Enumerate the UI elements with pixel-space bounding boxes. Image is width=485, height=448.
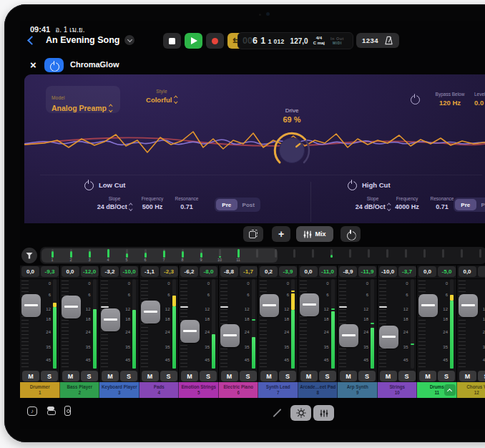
volume-fader[interactable] (459, 294, 478, 317)
count-in-button[interactable]: 1234 (362, 36, 378, 44)
bypass-below-control[interactable]: Bypass Below 120 Hz (423, 92, 476, 107)
solo-button[interactable]: S (319, 371, 336, 381)
volume-fader[interactable] (141, 301, 160, 323)
mix-view-button[interactable]: Mix (296, 226, 333, 242)
mute-button[interactable]: M (62, 371, 79, 381)
mixer-power-button[interactable] (341, 226, 361, 242)
solo-button[interactable]: S (478, 371, 485, 381)
volume-readout[interactable]: -8,8 (220, 266, 238, 277)
overview-channel[interactable]: 3 (84, 248, 94, 264)
solo-button[interactable]: S (240, 371, 257, 381)
drive-knob[interactable] (272, 130, 312, 170)
mixer-view-button[interactable] (313, 405, 334, 421)
volume-fader[interactable] (220, 324, 240, 347)
volume-readout[interactable]: -1,1 (141, 266, 159, 277)
overview-channel[interactable]: 10 (215, 248, 225, 264)
track-label[interactable]: Pads4 (139, 382, 180, 398)
mute-button[interactable]: M (419, 371, 436, 381)
duplicate-button[interactable] (243, 226, 263, 242)
overview-channel[interactable]: 4 (103, 248, 113, 264)
overview-channel[interactable] (289, 248, 299, 264)
post-button[interactable]: Post (477, 199, 485, 210)
overview-channel[interactable]: 1 (47, 248, 57, 264)
solo-button[interactable]: S (200, 371, 217, 381)
plugin-power-button[interactable] (44, 58, 64, 72)
lcd-display[interactable]: 00611 012 127,0 4/4 C maj In Out MIDI (237, 32, 353, 49)
pencil-icon[interactable] (273, 409, 281, 417)
volume-fader[interactable] (101, 308, 120, 331)
low-cut-resonance[interactable]: Resonance 0.71 (165, 196, 209, 210)
back-chevron-icon[interactable] (27, 36, 36, 45)
collapse-chevron-button[interactable] (444, 384, 456, 396)
solo-button[interactable]: S (358, 371, 376, 381)
track-label[interactable]: Electric Piano6 (219, 382, 259, 398)
mute-button[interactable]: M (380, 371, 397, 381)
track-label[interactable]: Emotion Strings5 (179, 382, 219, 398)
volume-readout[interactable]: 0,0 (21, 266, 39, 277)
overview-channel[interactable]: 8 (177, 248, 187, 264)
mute-button[interactable]: M (22, 371, 39, 381)
mute-button[interactable]: M (459, 371, 476, 381)
plugins-icon[interactable] (46, 406, 55, 416)
pre-button[interactable]: Pre (455, 199, 476, 210)
overview-channel[interactable] (326, 248, 336, 264)
controls-view-button[interactable] (290, 405, 311, 421)
mute-button[interactable]: M (260, 371, 278, 381)
track-label[interactable]: Arcade…eet Pad8 (298, 382, 338, 398)
overview-channel[interactable]: 7 (159, 248, 169, 264)
solo-button[interactable]: S (120, 371, 137, 381)
volume-readout[interactable]: 0,0 (300, 266, 318, 277)
volume-fader[interactable] (260, 294, 279, 317)
mute-button[interactable]: M (142, 371, 159, 381)
volume-fader[interactable] (180, 320, 200, 343)
close-plugin-button[interactable]: × (30, 58, 36, 72)
track-label[interactable]: Keyboard Player3 (99, 382, 139, 398)
volume-readout[interactable]: 0,0 (459, 266, 476, 277)
overview-channel[interactable]: 11 (233, 248, 243, 264)
project-title-menu[interactable]: An Evening Song (46, 35, 134, 45)
overview-channel[interactable] (438, 248, 448, 264)
track-filter-button[interactable] (21, 248, 37, 263)
pre-button[interactable]: Pre (216, 199, 237, 210)
track-label[interactable]: Chorus V12 (457, 382, 485, 398)
volume-fader[interactable] (379, 326, 398, 349)
overview-channel[interactable] (401, 248, 411, 264)
high-cut-power-icon[interactable] (348, 180, 356, 188)
overview-channel[interactable] (308, 248, 318, 264)
track-label[interactable]: Arp Synth9 (338, 382, 378, 398)
volume-fader[interactable] (339, 324, 358, 347)
track-label[interactable]: Synth Lead7 (258, 382, 298, 398)
bypass-power-icon[interactable] (411, 94, 418, 102)
volume-readout[interactable]: -3,2 (101, 266, 119, 277)
volume-fader[interactable] (62, 296, 81, 318)
overview-channel[interactable] (456, 248, 466, 264)
level-control[interactable]: Level 0.0 (474, 92, 485, 107)
volume-fader[interactable] (418, 294, 438, 317)
overview-channel[interactable] (363, 248, 373, 264)
record-button[interactable] (206, 33, 224, 49)
track-label[interactable]: Strings10 (378, 382, 418, 398)
stop-button[interactable] (163, 33, 181, 49)
overview-channel[interactable] (475, 248, 485, 264)
track-label[interactable]: Bass Player2 (60, 382, 100, 398)
post-button[interactable]: Post (238, 199, 260, 210)
solo-button[interactable]: S (81, 371, 98, 381)
overview-channel[interactable] (270, 248, 280, 264)
mute-button[interactable]: M (102, 371, 119, 381)
volume-readout[interactable]: -10,0 (379, 266, 397, 277)
add-track-button[interactable]: + (272, 226, 290, 242)
solo-button[interactable]: S (279, 371, 296, 381)
loops-browser-icon[interactable]: ♪ (27, 406, 37, 416)
mute-button[interactable]: M (181, 371, 198, 381)
volume-fader[interactable] (300, 293, 319, 316)
overview-channel[interactable]: 9 (196, 248, 206, 264)
overview-channel[interactable]: 5 (122, 248, 132, 264)
solo-button[interactable]: S (160, 371, 177, 381)
volume-readout[interactable]: 0,0 (418, 266, 436, 277)
overview-channel[interactable] (252, 248, 262, 264)
volume-fader[interactable] (21, 294, 41, 317)
overview-channel[interactable]: 6 (140, 248, 150, 264)
solo-button[interactable]: S (438, 371, 455, 381)
solo-button[interactable]: S (41, 371, 58, 381)
mute-button[interactable]: M (340, 371, 357, 381)
